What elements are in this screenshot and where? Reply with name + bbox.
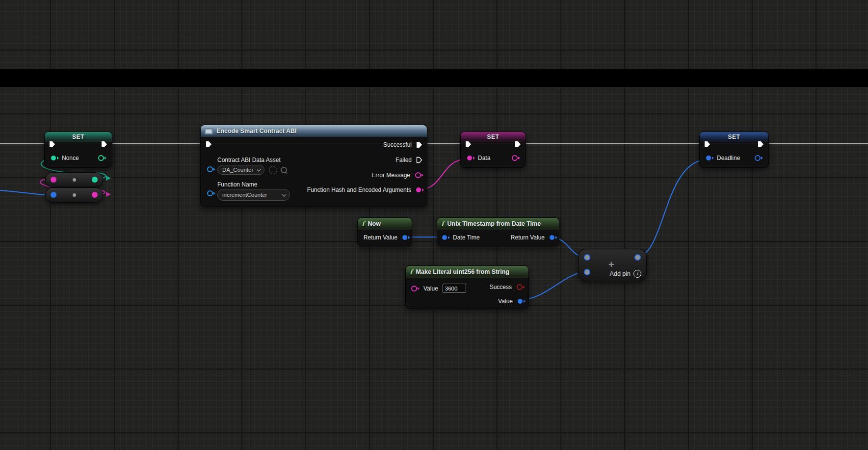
function-name-pin[interactable] (207, 190, 213, 198)
contract-abi-asset-pin[interactable] (207, 166, 213, 174)
asset-dropdown-value: DA_Counter (222, 167, 253, 173)
plus-operator-icon: + (608, 259, 614, 270)
deadline-out-pin[interactable] (755, 155, 761, 162)
node-set-nonce[interactable]: SET Nonce (44, 132, 112, 168)
exec-in-pin[interactable] (704, 141, 710, 149)
conv2-in-pin[interactable] (51, 191, 56, 200)
function-f-icon: f (410, 268, 413, 276)
unix-title: Unix Timestamp from Date Time (447, 220, 541, 227)
node-add-operator[interactable]: + Add pin + (578, 249, 647, 281)
chevron-down-icon (282, 192, 287, 197)
blueprint-graph-canvas[interactable]: SET Nonce Encode Smart Contract ABI (0, 0, 868, 450)
browse-asset-icon[interactable] (281, 167, 287, 173)
now-return-value-pin[interactable]: Return Value (364, 234, 407, 241)
function-hash-pin[interactable]: Function Hash and Encoded Arguments (307, 185, 421, 195)
conv1-out-pin[interactable] (92, 176, 98, 185)
asset-pin-label: Contract ABI Data Asset (217, 157, 281, 163)
literal-value-in-label: Value (423, 285, 438, 292)
unix-datetime-pin[interactable]: Date Time (442, 234, 480, 241)
add-in-pin-2[interactable] (584, 269, 590, 275)
literal-value-out-pin[interactable]: Value (498, 298, 523, 305)
successful-exec-out-pin[interactable]: Successful (383, 140, 422, 150)
asset-dropdown[interactable]: DA_Counter (217, 165, 264, 175)
set-data-header[interactable]: SET (461, 132, 526, 142)
wire-arrow-magenta (106, 192, 111, 197)
data-in-pin[interactable]: Data (467, 155, 490, 161)
set-deadline-header[interactable]: SET (700, 132, 768, 142)
data-pin-label: Data (478, 155, 490, 161)
exec-out-pin[interactable] (515, 141, 521, 149)
conv1-in-pin[interactable] (51, 176, 56, 185)
encode-title: Encode Smart Contract ABI (216, 128, 296, 134)
function-banner-icon (205, 128, 213, 134)
unix-return-label: Return Value (511, 234, 545, 241)
make-literal-header[interactable]: f Make Literal uint256 from String (406, 266, 528, 278)
deadline-pin-label: Deadline (717, 155, 740, 161)
node-encode-smart-contract-abi[interactable]: Encode Smart Contract ABI Contract ABI D… (200, 125, 427, 207)
function-name-dropdown[interactable]: incrementCounter (217, 189, 290, 201)
function-hash-label: Function Hash and Encoded Arguments (307, 186, 411, 193)
add-pin-button[interactable]: Add pin + (610, 270, 641, 278)
nonce-pin-label: Nonce (62, 155, 79, 161)
literal-success-label: Success (490, 284, 512, 291)
failed-exec-out-pin[interactable]: Failed (395, 155, 422, 165)
set-nonce-header[interactable]: SET (45, 132, 112, 142)
unix-header[interactable]: f Unix Timestamp from Date Time (437, 218, 559, 230)
exec-in-pin[interactable] (206, 141, 212, 149)
nonce-in-pin[interactable]: Nonce (51, 155, 79, 161)
wire-arrow-teal (106, 176, 111, 181)
successful-label: Successful (383, 141, 412, 148)
function-name-pin-label: Function Name (217, 181, 257, 188)
function-dropdown-value: incrementCounter (222, 192, 267, 198)
node-conversion-2[interactable] (45, 187, 103, 203)
exec-out-pin[interactable] (758, 141, 764, 149)
exec-in-pin[interactable] (465, 141, 472, 149)
wire-literal-to-add (519, 272, 587, 300)
function-f-icon: f (441, 220, 444, 228)
set-deadline-title: SET (728, 133, 740, 140)
add-in-pin-1[interactable] (584, 254, 590, 261)
nonce-out-pin[interactable] (98, 155, 104, 162)
node-set-data[interactable]: SET Data (460, 132, 526, 168)
function-f-icon: f (362, 220, 365, 228)
now-header[interactable]: f Now (358, 218, 412, 230)
add-pin-label: Add pin (610, 270, 631, 277)
unix-datetime-label: Date Time (453, 234, 480, 241)
literal-value-in-pin[interactable]: Value (411, 284, 466, 293)
set-nonce-title: SET (72, 133, 84, 140)
chevron-down-icon (257, 167, 261, 171)
add-out-pin[interactable] (634, 254, 641, 261)
add-pin-plus-icon: + (633, 270, 641, 278)
now-return-label: Return Value (364, 234, 397, 241)
unix-return-value-pin[interactable]: Return Value (511, 234, 554, 241)
encode-header[interactable]: Encode Smart Contract ABI (201, 125, 427, 137)
node-set-deadline[interactable]: SET Deadline (699, 132, 769, 168)
set-data-title: SET (487, 133, 500, 140)
wire-left-blue (0, 190, 52, 195)
conv2-dot-icon (73, 193, 76, 197)
uint256-value-input[interactable] (443, 284, 466, 293)
deadline-in-pin[interactable]: Deadline (706, 155, 740, 161)
literal-value-out-label: Value (498, 298, 513, 305)
node-make-literal-uint256[interactable]: f Make Literal uint256 from String Value… (405, 265, 529, 309)
error-message-label: Error Message (371, 172, 410, 179)
exec-out-pin[interactable] (101, 141, 107, 149)
conv1-dot-icon (73, 178, 76, 182)
make-literal-title: Make Literal uint256 from String (416, 268, 509, 275)
failed-label: Failed (395, 157, 412, 163)
node-now[interactable]: f Now Return Value (357, 217, 412, 246)
wire-add-to-deadline (636, 159, 706, 257)
conv2-out-pin[interactable] (92, 191, 98, 200)
node-conversion-1[interactable] (45, 172, 103, 187)
node-unix-timestamp[interactable]: f Unix Timestamp from Date Time Date Tim… (437, 217, 559, 246)
wire-layer (0, 0, 868, 450)
now-title: Now (368, 220, 381, 227)
data-out-pin[interactable] (512, 155, 518, 162)
literal-success-pin[interactable]: Success (490, 284, 523, 291)
exec-in-pin[interactable] (49, 141, 55, 149)
error-message-pin[interactable]: Error Message (371, 170, 421, 180)
use-selected-asset-icon[interactable]: ← (269, 166, 277, 174)
